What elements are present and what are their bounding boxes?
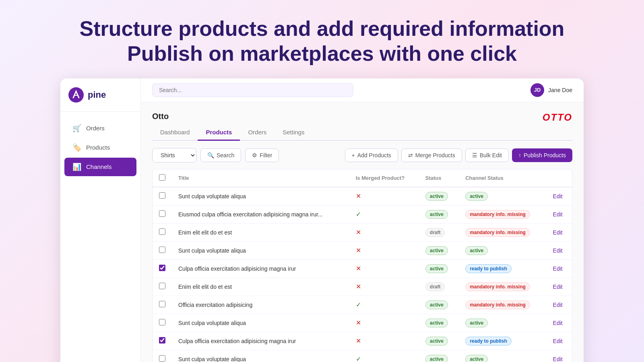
search-input[interactable] — [152, 83, 353, 97]
row-checkbox[interactable] — [159, 210, 165, 217]
table-toolbar: Shirts 🔍 Search ⚙ Filter + Add Products — [152, 148, 572, 162]
channel-status-badge: ready to publish — [465, 264, 512, 273]
filter-icon: ⚙ — [252, 152, 257, 158]
row-checkbox[interactable] — [159, 265, 165, 271]
bulk-edit-button[interactable]: ☰ Bulk Edit — [465, 148, 509, 162]
row-channel-status: active — [459, 187, 546, 206]
row-title: Sunt culpa voluptate aliqua — [172, 187, 349, 206]
row-checkbox-cell — [153, 205, 172, 223]
row-status: active — [419, 350, 459, 362]
status-badge: draft — [425, 228, 445, 237]
edit-button[interactable]: Edit — [553, 229, 563, 236]
edit-button[interactable]: Edit — [553, 211, 563, 218]
merge-products-button[interactable]: ⇄ Merge Products — [401, 148, 462, 162]
row-title: Eiusmod culpa officia exercitation adipi… — [172, 205, 349, 223]
edit-button[interactable]: Edit — [553, 284, 563, 290]
col-status: Status — [419, 169, 459, 187]
table-row: Enim elit elit do et est✕draftmandatory … — [153, 223, 572, 241]
edit-button[interactable]: Edit — [553, 320, 563, 326]
cross-icon: ✕ — [356, 337, 361, 344]
row-title: Sunt culpa voluptate aliqua — [172, 350, 349, 362]
table-header-row: Title Is Merged Product? Status Channel … — [153, 169, 572, 187]
channel-status-badge: ready to publish — [465, 337, 512, 346]
row-checkbox-cell — [153, 187, 172, 206]
row-edit-cell: Edit — [547, 278, 572, 296]
row-edit-cell: Edit — [547, 187, 572, 206]
status-badge: active — [425, 337, 448, 346]
status-badge: active — [425, 319, 448, 327]
row-checkbox[interactable] — [159, 247, 165, 253]
table-row: Enim elit elit do et est✕draftmandatory … — [153, 278, 572, 296]
sidebar-nav: 🛒 Orders 🏷️ Products 📊 Channels — [60, 112, 140, 362]
row-title: Sunt culpa voluptate aliqua — [172, 314, 349, 332]
row-title: Enim elit elit do et est — [172, 278, 349, 296]
channel-title: Otto — [152, 112, 169, 121]
col-merged: Is Merged Product? — [349, 169, 419, 187]
check-icon: ✓ — [356, 211, 361, 218]
topbar-right: JD Jane Doe — [530, 83, 572, 97]
row-merged: ✕ — [349, 223, 419, 241]
products-table-wrapper: Title Is Merged Product? Status Channel … — [152, 169, 572, 362]
edit-button[interactable]: Edit — [553, 302, 563, 308]
publish-products-button[interactable]: ↑ Publish Products — [512, 148, 572, 162]
row-status: active — [419, 259, 459, 278]
row-merged: ✕ — [349, 187, 419, 206]
tab-orders[interactable]: Orders — [240, 125, 275, 141]
status-badge: active — [425, 210, 448, 219]
main-area: JD Jane Doe Otto OTTO Dashboard Products… — [141, 78, 584, 362]
row-checkbox-cell — [153, 259, 172, 278]
add-products-button[interactable]: + Add Products — [345, 148, 398, 162]
row-channel-status: active — [459, 350, 546, 362]
row-status: active — [419, 332, 459, 350]
publish-icon: ↑ — [518, 152, 521, 158]
row-edit-cell: Edit — [547, 241, 572, 259]
sidebar-item-products[interactable]: 🏷️ Products — [64, 138, 136, 157]
row-checkbox-cell — [153, 223, 172, 241]
channel-status-badge: active — [465, 246, 488, 255]
sidebar-logo: pine — [60, 78, 140, 112]
tab-dashboard[interactable]: Dashboard — [152, 125, 198, 141]
edit-button[interactable]: Edit — [553, 247, 563, 254]
merge-icon: ⇄ — [408, 152, 413, 158]
row-checkbox[interactable] — [159, 228, 165, 235]
row-checkbox-cell — [153, 350, 172, 362]
channel-status-badge: active — [465, 355, 488, 362]
header-checkbox-cell — [153, 169, 172, 187]
add-icon: + — [352, 152, 355, 158]
status-badge: active — [425, 192, 448, 201]
sidebar-item-channels[interactable]: 📊 Channels — [64, 158, 136, 176]
row-checkbox[interactable] — [159, 301, 165, 307]
row-checkbox-cell — [153, 296, 172, 314]
row-checkbox[interactable] — [159, 283, 165, 289]
row-status: active — [419, 296, 459, 314]
row-merged: ✓ — [349, 296, 419, 314]
cross-icon: ✕ — [356, 229, 361, 236]
search-button[interactable]: 🔍 Search — [200, 148, 241, 162]
row-checkbox[interactable] — [159, 337, 165, 343]
table-row: Eiusmod culpa officia exercitation adipi… — [153, 205, 572, 223]
row-checkbox[interactable] — [159, 192, 165, 199]
edit-button[interactable]: Edit — [553, 338, 563, 344]
tab-products[interactable]: Products — [198, 125, 240, 141]
row-status: draft — [419, 278, 459, 296]
edit-button[interactable]: Edit — [553, 193, 563, 200]
filter-button[interactable]: ⚙ Filter — [245, 148, 279, 162]
row-checkbox[interactable] — [159, 319, 165, 325]
channel-status-badge: mandatory info. missing — [465, 300, 530, 309]
tab-settings[interactable]: Settings — [275, 125, 312, 141]
table-row: Sunt culpa voluptate aliqua✕activeactive… — [153, 187, 572, 206]
logo-text: pine — [88, 90, 106, 100]
edit-button[interactable]: Edit — [553, 356, 563, 362]
row-merged: ✕ — [349, 314, 419, 332]
bulk-icon: ☰ — [472, 152, 477, 158]
check-icon: ✓ — [356, 301, 361, 308]
select-all-checkbox[interactable] — [159, 174, 165, 181]
table-row: Sunt culpa voluptate aliqua✓activeactive… — [153, 350, 572, 362]
row-merged: ✕ — [349, 259, 419, 278]
sidebar-item-orders[interactable]: 🛒 Orders — [64, 119, 136, 138]
col-actions — [547, 169, 572, 187]
row-checkbox[interactable] — [159, 355, 165, 362]
edit-button[interactable]: Edit — [553, 265, 563, 272]
category-select[interactable]: Shirts — [152, 148, 196, 162]
row-checkbox-cell — [153, 332, 172, 350]
